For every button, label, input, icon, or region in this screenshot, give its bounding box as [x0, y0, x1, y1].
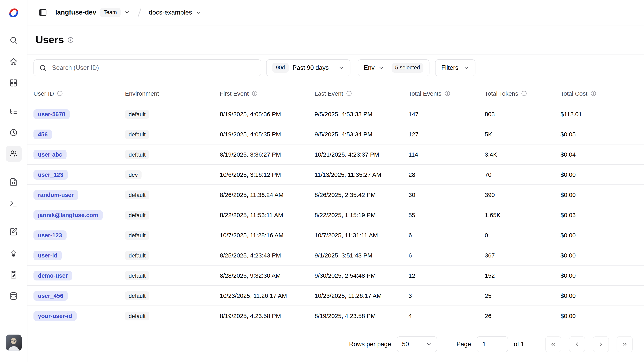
total-cost-cell: $0.00 [560, 232, 638, 238]
info-icon[interactable] [444, 90, 450, 96]
sidebar-item-playground[interactable] [6, 195, 22, 211]
filters-button[interactable]: Filters [435, 59, 475, 76]
sidebar-item-datasets[interactable] [6, 288, 22, 304]
user-id-badge[interactable]: your-user-id [34, 311, 76, 321]
search-icon [9, 36, 18, 44]
chevron-down-icon [463, 65, 469, 71]
user-avatar[interactable] [6, 334, 22, 351]
total-tokens-cell: 26 [485, 312, 560, 319]
last-page-button[interactable] [616, 336, 633, 352]
sidebar-item-insights[interactable] [6, 245, 22, 261]
sidebar-item-prompts[interactable] [6, 174, 22, 190]
organization-selector[interactable]: langfuse-dev Team [55, 8, 130, 17]
column-header-total-events[interactable]: Total Events [408, 90, 485, 97]
chevron-down-icon [426, 341, 432, 347]
total-tokens-cell: 390 [485, 191, 560, 198]
langfuse-logo[interactable] [0, 0, 27, 26]
chevron-left-icon [574, 341, 580, 347]
table-row[interactable]: user-123 default 10/7/2025, 11:28:16 AM … [28, 225, 644, 245]
terminal-icon [9, 199, 18, 208]
environment-badge: default [125, 311, 149, 320]
column-header-total-cost[interactable]: Total Cost [560, 90, 638, 97]
user-id-badge[interactable]: user-5678 [34, 109, 70, 119]
total-events-cell: 30 [408, 191, 485, 198]
sidebar-item-dashboards[interactable] [6, 75, 22, 91]
sidebar-item-search[interactable] [6, 32, 22, 48]
clipboard-pen-icon [9, 270, 18, 279]
total-tokens-cell: 152 [485, 272, 560, 279]
column-label: Total Cost [560, 90, 587, 97]
column-label: User ID [34, 90, 54, 97]
page-number-input[interactable] [477, 336, 508, 352]
chevron-down-icon [338, 65, 344, 71]
table-row[interactable]: demo-user default 8/28/2025, 9:32:30 AM … [28, 265, 644, 286]
lightbulb-icon [9, 249, 18, 257]
column-header-user-id[interactable]: User ID [34, 90, 125, 97]
page-header: Users [28, 26, 644, 55]
info-icon[interactable] [252, 90, 258, 96]
info-icon[interactable] [68, 37, 74, 43]
user-id-badge[interactable]: jannik@langfuse.com [34, 210, 103, 220]
user-id-badge[interactable]: user_456 [34, 291, 68, 300]
total-tokens-cell: 803 [485, 111, 560, 117]
environment-badge: default [125, 210, 149, 219]
table-row[interactable]: user_123 dev 10/6/2025, 3:16:12 PM 11/13… [28, 165, 644, 185]
date-range-label: Past 90 days [292, 64, 329, 72]
chevron-down-icon [196, 10, 202, 16]
sidebar-item-evaluation[interactable] [6, 224, 22, 240]
sidebar-item-users[interactable] [6, 146, 22, 162]
table-row[interactable]: user-5678 default 8/19/2025, 4:05:36 PM … [28, 104, 644, 124]
sidebar-item-tracing[interactable] [6, 103, 22, 119]
user-id-badge[interactable]: user_123 [34, 170, 68, 179]
user-id-badge[interactable]: demo-user [34, 271, 72, 280]
column-header-environment[interactable]: Environment [125, 90, 220, 97]
first-event-cell: 8/25/2025, 4:23:43 PM [220, 252, 314, 259]
info-icon[interactable] [57, 90, 63, 96]
first-event-cell: 8/19/2025, 4:23:58 PM [220, 312, 314, 319]
chevrons-right-icon [622, 341, 628, 347]
table-row[interactable]: jannik@langfuse.com default 8/22/2025, 1… [28, 205, 644, 225]
previous-page-button[interactable] [569, 336, 585, 352]
last-event-cell: 8/26/2025, 2:35:42 PM [314, 191, 408, 198]
users-icon [9, 150, 18, 158]
pagination-buttons [545, 336, 633, 352]
user-id-badge[interactable]: 456 [34, 129, 52, 139]
search-input[interactable] [51, 64, 256, 72]
table-row[interactable]: your-user-id default 8/19/2025, 4:23:58 … [28, 306, 644, 326]
column-label: Total Tokens [485, 90, 518, 97]
sidebar-item-home[interactable] [6, 53, 22, 69]
user-id-badge[interactable]: random-user [34, 190, 78, 200]
sidebar-item-annotation[interactable] [6, 266, 22, 282]
user-id-badge[interactable]: user-abc [34, 150, 67, 159]
rows-per-page-select[interactable]: 50 [397, 336, 437, 352]
breadcrumb-slash-icon [136, 7, 144, 18]
pagination-bar: Rows per page 50 Page of 1 [28, 326, 644, 362]
first-page-button[interactable] [545, 336, 561, 352]
column-header-first-event[interactable]: First Event [220, 90, 314, 97]
column-header-total-tokens[interactable]: Total Tokens [485, 90, 560, 97]
total-tokens-cell: 25 [485, 292, 560, 299]
info-icon[interactable] [590, 90, 596, 96]
user-id-badge[interactable]: user-id [34, 250, 62, 260]
environment-filter-button[interactable]: Env 5 selected [358, 59, 430, 76]
table-row[interactable]: 456 default 8/19/2025, 4:05:35 PM 9/5/20… [28, 124, 644, 145]
column-header-last-event[interactable]: Last Event [314, 90, 408, 97]
date-range-button[interactable]: 90d Past 90 days [266, 59, 350, 76]
project-selector[interactable]: docs-examples [149, 9, 202, 16]
first-event-cell: 10/7/2025, 11:28:16 AM [220, 232, 314, 238]
info-icon[interactable] [521, 90, 527, 96]
total-cost-cell: $0.00 [560, 171, 638, 178]
info-icon[interactable] [346, 90, 352, 96]
page-count-label: of 1 [514, 340, 524, 348]
last-event-cell: 10/23/2025, 11:26:17 AM [314, 292, 408, 299]
user-id-badge[interactable]: user-123 [34, 230, 66, 240]
table-row[interactable]: user_456 default 10/23/2025, 11:26:17 AM… [28, 286, 644, 306]
sidebar-item-sessions[interactable] [6, 124, 22, 140]
next-page-button[interactable] [593, 336, 609, 352]
table-row[interactable]: user-abc default 8/19/2025, 3:36:27 PM 1… [28, 145, 644, 165]
table-row[interactable]: random-user default 8/26/2025, 11:36:24 … [28, 185, 644, 205]
sidebar-toggle-button[interactable] [36, 5, 50, 20]
table-row[interactable]: user-id default 8/25/2025, 4:23:43 PM 9/… [28, 245, 644, 265]
column-label: Total Events [408, 90, 441, 97]
main-area: langfuse-dev Team docs-examples Users 90… [28, 0, 644, 362]
